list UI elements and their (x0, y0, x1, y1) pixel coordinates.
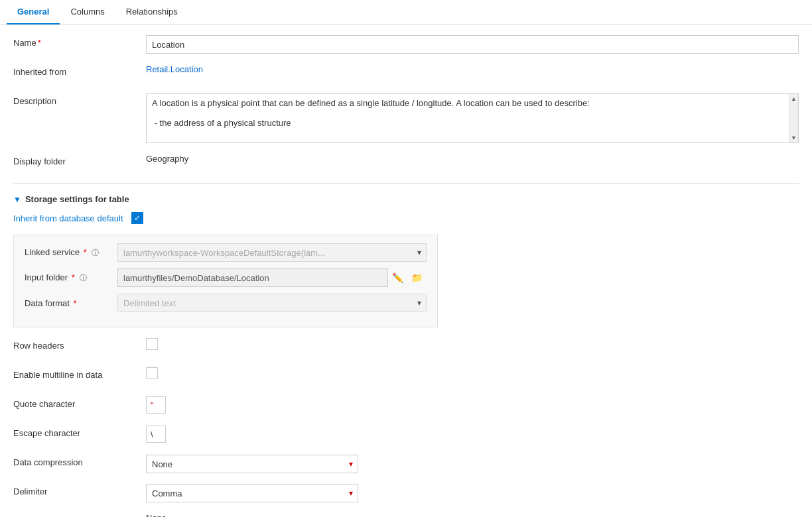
data-format-row: Data format * Delimited text (25, 294, 427, 312)
name-label: Name* (13, 35, 146, 48)
linked-service-select[interactable]: lamurthyworkspace-WorkspaceDefaultStorag… (117, 243, 427, 262)
data-compression-select-wrapper: None (146, 455, 358, 473)
storage-box: Linked service * ⓘ lamurthyworkspace-Wor… (13, 235, 438, 327)
delimiter-control: Comma (146, 484, 799, 502)
quote-char-label: Quote character (13, 396, 146, 409)
quote-char-box[interactable]: " (146, 396, 166, 414)
data-format-required: * (74, 298, 77, 308)
delimiter-row: Delimiter Comma (13, 484, 799, 502)
delimiter-label: Delimiter (13, 484, 146, 496)
description-scrollbar[interactable]: ▲ ▼ (789, 94, 798, 143)
data-compression-label: Data compression (13, 455, 146, 467)
display-folder-value: Geography (146, 154, 799, 164)
row-headers-row: Row headers (13, 338, 799, 357)
inherited-from-row: Inherited from Retail.Location (13, 64, 799, 83)
input-folder-control: ✏️ 📁 (117, 268, 427, 287)
display-folder-row: Display folder Geography (13, 154, 799, 172)
description-row: Description A location is a physical poi… (13, 93, 799, 143)
partition-cols-value: None (146, 513, 799, 517)
inherited-from-value: Retail.Location (146, 64, 799, 74)
input-folder-info-icon[interactable]: ⓘ (80, 274, 87, 282)
multiline-label: Enable multiline in data (13, 367, 146, 380)
storage-section-header: ▼ Storage settings for table (13, 194, 799, 204)
multiline-row: Enable multiline in data (13, 367, 799, 386)
linked-service-select-wrapper: lamurthyworkspace-WorkspaceDefaultStorag… (117, 243, 427, 262)
data-format-select-wrapper: Delimited text (117, 294, 427, 312)
inherit-db-row: Inherit from database default (13, 212, 799, 224)
escape-char-label: Escape character (13, 426, 146, 438)
input-folder-required: * (72, 272, 75, 282)
row-headers-checkbox[interactable] (146, 338, 158, 350)
input-folder-browse-btn[interactable]: 📁 (407, 270, 427, 286)
linked-service-info-icon[interactable]: ⓘ (92, 249, 99, 257)
row-headers-label: Row headers (13, 338, 146, 351)
description-textarea[interactable]: A location is a physical point that can … (147, 94, 798, 141)
row-headers-control (146, 338, 799, 352)
input-folder-row: Input folder * ⓘ ✏️ 📁 (25, 268, 427, 287)
input-folder-label: Input folder * ⓘ (25, 272, 117, 283)
name-control (146, 35, 799, 54)
data-compression-select[interactable]: None (146, 455, 358, 473)
tab-relationships[interactable]: Relationships (115, 0, 188, 25)
tab-bar: General Columns Relationships (0, 0, 812, 25)
multiline-control (146, 367, 799, 381)
description-label: Description (13, 93, 146, 106)
quote-char-control: " (146, 396, 799, 414)
tab-columns[interactable]: Columns (60, 0, 115, 25)
escape-char-row: Escape character \ (13, 426, 799, 444)
escape-char-box[interactable]: \ (146, 426, 166, 443)
linked-service-control: lamurthyworkspace-WorkspaceDefaultStorag… (117, 243, 427, 262)
data-format-select[interactable]: Delimited text (117, 294, 427, 312)
linked-service-required: * (84, 247, 87, 257)
inherit-db-checkbox[interactable] (131, 212, 143, 224)
multiline-checkbox[interactable] (146, 367, 158, 379)
quote-char-row: Quote character " (13, 396, 799, 415)
data-format-label: Data format * (25, 298, 117, 308)
delimiter-select[interactable]: Comma (146, 484, 358, 502)
data-compression-control: None (146, 455, 799, 473)
description-box: A location is a physical point that can … (146, 93, 799, 143)
tab-general[interactable]: General (7, 0, 60, 25)
section-collapse-arrow[interactable]: ▼ (13, 195, 21, 204)
partition-cols-label: Partition columns ⓘ (13, 513, 146, 517)
description-control: A location is a physical point that can … (146, 93, 799, 143)
input-folder-edit-btn[interactable]: ✏️ (388, 270, 407, 286)
name-row: Name* (13, 35, 799, 54)
linked-service-label: Linked service * ⓘ (25, 247, 117, 258)
name-required: * (38, 38, 41, 48)
name-input[interactable] (146, 35, 799, 54)
divider-1 (13, 183, 799, 184)
data-compression-row: Data compression None (13, 455, 799, 473)
linked-service-row: Linked service * ⓘ lamurthyworkspace-Wor… (25, 243, 427, 262)
main-content: Name* Inherited from Retail.Location Des… (0, 25, 812, 517)
display-folder-label: Display folder (13, 154, 146, 166)
delimiter-select-wrapper: Comma (146, 484, 358, 502)
data-format-control: Delimited text (117, 294, 427, 312)
escape-char-control: \ (146, 426, 799, 443)
scroll-down-arrow[interactable]: ▼ (789, 133, 798, 143)
scroll-up-arrow[interactable]: ▲ (789, 94, 798, 103)
inherited-from-label: Inherited from (13, 64, 146, 77)
input-folder-with-icons: ✏️ 📁 (117, 268, 427, 287)
input-folder-input[interactable] (117, 268, 388, 287)
partition-cols-row: Partition columns ⓘ None (13, 513, 799, 517)
